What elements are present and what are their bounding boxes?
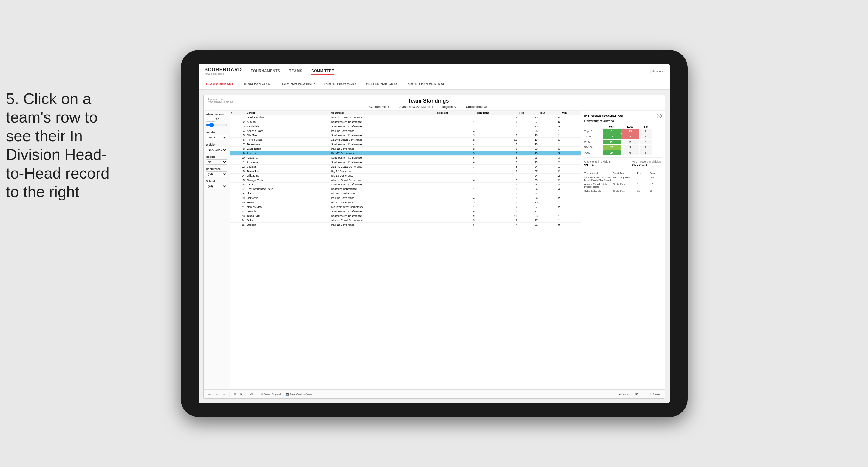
h2h-close-button[interactable]: ✕ (657, 114, 662, 118)
back-button[interactable]: ← (214, 392, 219, 396)
table-row[interactable]: 23 Texas A&M Southeastern Conference 9 1… (230, 214, 581, 218)
h2h-row: >100 27 0 0 (584, 150, 662, 155)
col-win: Win (561, 111, 581, 116)
nav-items: TOURNAMENTS TEAMS COMMITTEE (251, 68, 650, 75)
col-school: School (246, 111, 330, 116)
table-row[interactable]: 6 Florida State Atlantic Coast Conferenc… (230, 138, 581, 142)
table-row[interactable]: 1 North Carolina Atlantic Coast Conferen… (230, 116, 581, 120)
table-row[interactable]: 21 New Mexico Mountain West Conference 1… (230, 205, 581, 209)
share-button[interactable]: ⇧ Share (648, 392, 661, 396)
tournament-row: Arizona Thunderbirds Intercollegiate Str… (584, 183, 662, 189)
col-conference: Conference (330, 111, 436, 116)
tournament-row: Cabo Collegiate Stroke Play 11 17 (584, 190, 662, 193)
col-reg-rank: Reg Rank (436, 111, 476, 116)
subnav-player-summary[interactable]: PLAYER SUMMARY (323, 79, 358, 89)
conference-select[interactable]: (All) (206, 172, 227, 177)
table-row[interactable]: 12 Virginia Atlantic Coast Conference 3 … (230, 165, 581, 169)
table-row[interactable]: 9 Arizona Pac-12 Conference 5 8 23 3 (230, 151, 581, 156)
copy-button[interactable]: ⧉ (232, 392, 237, 396)
region-filter: Region N/A (206, 155, 227, 165)
view-original-button[interactable]: 👁 View: Original (260, 392, 282, 396)
gender-filter: Gender Men's (206, 131, 227, 140)
col-conf-rank: Conf Rank (476, 111, 518, 116)
division-select[interactable]: NCAA Division I (206, 147, 227, 152)
table-row[interactable]: 10 Alabama Southeastern Conference 5 8 2… (230, 156, 581, 160)
table-row[interactable]: 15 Georgia Tech Atlantic Coast Conferenc… (230, 178, 581, 183)
nav-tournaments[interactable]: TOURNAMENTS (251, 68, 280, 75)
undo-button[interactable]: ↩ (207, 392, 212, 396)
standings-table-container: # School Conference Reg Rank Conf Rank R… (230, 111, 581, 390)
h2h-win-header: Win (603, 125, 621, 128)
record-value: 86 - 26 - 1 (632, 163, 662, 167)
table-row[interactable]: 13 Texas Tech Big 12 Conference 1 9 27 2 (230, 169, 581, 174)
sub-nav: TEAM SUMMARY TEAM H2H GRID TEAM H2H HEAT… (198, 79, 670, 90)
table-row[interactable]: 2 Auburn Southeastern Conference 1 9 27 … (230, 120, 581, 124)
table-row[interactable]: 14 Oklahoma Big 12 Conference 24 2 (230, 174, 581, 178)
opponents-label: Opponents in division: (584, 160, 611, 163)
opponents-value: 99.1% (584, 163, 611, 167)
nav-teams[interactable]: TEAMS (289, 68, 303, 75)
tournament-rows: Jackson T. Stephens Cup Men's Match-Play… (584, 176, 662, 193)
subnav-player-h2h-heatmap[interactable]: PLAYER H2H HEATMAP (405, 79, 447, 89)
min-rounds-input[interactable] (206, 117, 215, 122)
watch-button[interactable]: 👀 Watch (618, 392, 631, 396)
table-row[interactable]: 4 Arizona State Pac-12 Conference 4 5 26… (230, 129, 581, 133)
bottom-toolbar: ↩ ← → | ⧉ ⎘ | ⏱ | 👁 View: Original 💾 Sav… (204, 390, 664, 398)
h2h-tie-header: Tie (640, 125, 652, 128)
h2h-grid-header: Win Loss Tie (584, 125, 662, 128)
toolbar-right: 👀 Watch 🗺 ☷ ⇧ Share (618, 392, 661, 396)
top-nav: SCOREBOARD Powered by clippd TOURNAMENTS… (198, 64, 670, 79)
paste-button[interactable]: ⎘ (239, 392, 243, 396)
tournament-header: Tournament Event Type Pos Score (584, 172, 662, 175)
conference-filter: Conference (All) (206, 167, 227, 177)
forward-button[interactable]: → (222, 392, 227, 396)
h2h-loss-header: Loss (621, 125, 639, 128)
subnav-player-h2h-grid[interactable]: PLAYER H2H GRID (365, 79, 398, 89)
clock-button[interactable]: ⏱ (249, 392, 254, 396)
min-rounds-slider[interactable] (206, 123, 227, 127)
table-row[interactable]: 22 Georgia Southeastern Conference 8 7 2… (230, 209, 581, 214)
table-row[interactable]: 7 Tennessee Southeastern Conference 4 6 … (230, 142, 581, 147)
tablet-frame: SCOREBOARD Powered by clippd TOURNAMENTS… (181, 50, 688, 417)
division-filter: Division NCAA Division I (206, 143, 227, 152)
filter-row: Gender: Men's Division: NCAA Division I … (233, 105, 624, 108)
nav-committee[interactable]: COMMITTEE (311, 68, 334, 75)
sign-out-button[interactable]: | Sign out (650, 69, 663, 73)
table-row[interactable]: 16 Florida Southeastern Conference 7 9 2… (230, 183, 581, 187)
subnav-team-h2h-heatmap[interactable]: TEAM H2H HEATMAP (279, 79, 316, 89)
region-select[interactable]: N/A (206, 159, 227, 165)
table-row[interactable]: 18 Illinois Big Ten Conference 1 9 23 1 (230, 191, 581, 196)
table-row[interactable]: 8 Washington Pac-12 Conference 2 8 23 1 (230, 147, 581, 151)
tournament-list: Tournament Event Type Pos Score Jackson … (584, 172, 662, 193)
table-row[interactable]: 20 Texas Big 12 Conference 3 7 20 2 (230, 200, 581, 205)
main-content: Update time: 27/03/2024 16:56:26 Team St… (198, 90, 670, 403)
subnav-team-h2h-grid[interactable]: TEAM H2H GRID (242, 79, 272, 89)
table-row[interactable]: 5 Ole Miss Southeastern Conference 3 6 1… (230, 133, 581, 138)
h2h-header: In Division Head-to-Head ✕ (584, 114, 662, 118)
school-select[interactable]: (All) (206, 184, 227, 189)
subnav-team-summary[interactable]: TEAM SUMMARY (205, 79, 235, 89)
gender-select[interactable]: Men's (206, 135, 227, 140)
update-time: Update time: 27/03/2024 16:56:26 (209, 98, 233, 104)
table-row[interactable]: 17 East Tennessee State Southern Confere… (230, 187, 581, 191)
table-button[interactable]: ☷ (641, 392, 646, 396)
table-row[interactable]: 19 California Pac-12 Conference 4 8 24 2 (230, 196, 581, 200)
table-header-row: # School Conference Reg Rank Conf Rank R… (230, 111, 581, 116)
table-row[interactable]: 3 Vanderbilt Southeastern Conference 2 8… (230, 124, 581, 129)
h2h-row: 11-25 11 8 0 (584, 134, 662, 139)
tournament-row: Jackson T. Stephens Cup Men's Match-Play… (584, 176, 662, 182)
min-rounds-filter: Minimum Rou... 20 (206, 113, 227, 128)
dashboard-panel: Update time: 27/03/2024 16:56:26 Team St… (204, 95, 665, 399)
h2h-row: 26-50 25 2 1 (584, 139, 662, 144)
table-row[interactable]: 25 Oregon Pac-12 Conference 5 7 21 0 (230, 223, 581, 227)
logo-subtitle: Powered by clippd (205, 72, 242, 75)
table-row[interactable]: 24 Duke Atlantic Coast Conference 5 9 27… (230, 218, 581, 223)
save-custom-button[interactable]: 💾 Save Custom View (284, 392, 313, 396)
monitor-button[interactable]: 🗺 (633, 392, 639, 396)
h2h-stats-row: Opponents in division: 99.1% W-L-T recor… (584, 160, 662, 167)
table-row[interactable]: 11 Arkansas Southeastern Conference 6 8 … (230, 160, 581, 165)
h2h-panel: In Division Head-to-Head ✕ University of… (581, 111, 664, 390)
h2h-team-name: University of Arizona (584, 120, 662, 123)
tablet-screen: SCOREBOARD Powered by clippd TOURNAMENTS… (198, 64, 670, 403)
logo-title: SCOREBOARD (205, 67, 242, 72)
